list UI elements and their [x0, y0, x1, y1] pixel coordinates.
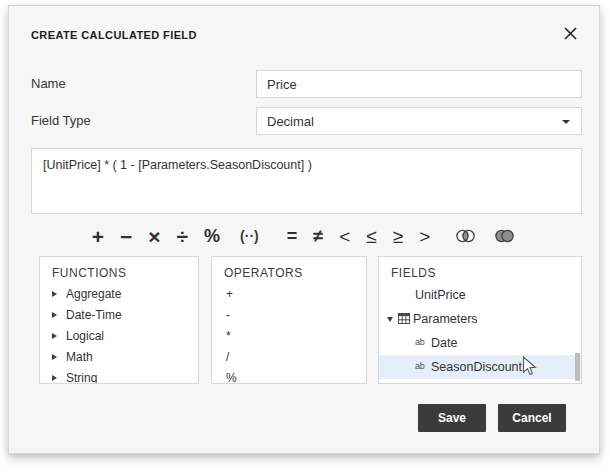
function-category-date-time[interactable]: Date-Time [40, 304, 198, 325]
field-type-value: Decimal [267, 114, 314, 129]
minus-icon[interactable]: − [120, 226, 132, 247]
field-item-label: UnitPrice [379, 288, 466, 302]
fields-panel: FIELDS UnitPrice Parameters ab Date a [378, 256, 582, 384]
operator-item-label: / [226, 350, 229, 364]
operator-item-percent[interactable]: % [212, 367, 366, 384]
operator-item-label: % [226, 371, 237, 385]
expander-collapsed-icon[interactable] [52, 291, 57, 297]
intersect-circles-icon[interactable] [454, 228, 477, 244]
field-item-date[interactable]: ab Date [379, 331, 581, 355]
expander-collapsed-icon[interactable] [52, 333, 57, 339]
expander-collapsed-icon[interactable] [52, 375, 57, 381]
field-item-unitprice[interactable]: UnitPrice [379, 283, 581, 307]
string-type-icon: ab [415, 362, 424, 371]
operators-panel-header: OPERATORS [212, 257, 366, 283]
divide-icon[interactable]: ÷ [177, 226, 189, 247]
function-category-label: Date-Time [66, 308, 122, 322]
string-type-icon: ab [415, 338, 424, 347]
operators-panel: OPERATORS + - * / % [211, 256, 367, 384]
operator-item-plus[interactable]: + [212, 283, 366, 304]
functions-panel: FUNCTIONS Aggregate Date-Time Logical Ma… [39, 256, 199, 384]
operator-toolbar: + − × ÷ % (··) = ≠ < ≤ ≥ > [9, 220, 599, 252]
dialog-title: CREATE CALCULATED FIELD [31, 29, 197, 41]
field-type-label: Field Type [31, 113, 91, 128]
close-icon [564, 26, 577, 44]
expression-input[interactable]: [UnitPrice] * ( 1 - [Parameters.SeasonDi… [31, 148, 582, 214]
greater-than-icon[interactable]: > [419, 227, 430, 246]
function-category-string[interactable]: String [40, 367, 198, 384]
operator-item-label: - [226, 308, 230, 322]
not-equals-icon[interactable]: ≠ [313, 227, 323, 245]
function-category-logical[interactable]: Logical [40, 325, 198, 346]
less-or-equal-icon[interactable]: ≤ [366, 227, 376, 246]
operator-item-multiply[interactable]: * [212, 325, 366, 346]
name-input[interactable] [256, 70, 582, 98]
plus-icon[interactable]: + [92, 226, 104, 247]
union-circles-icon[interactable] [493, 228, 516, 244]
field-type-dropdown[interactable]: Decimal [256, 107, 582, 135]
expander-expanded-icon[interactable] [387, 317, 393, 322]
function-category-label: Math [66, 350, 93, 364]
greater-or-equal-icon[interactable]: ≥ [393, 227, 403, 246]
field-item-label: SeasonDiscount [379, 360, 522, 374]
operator-item-divide[interactable]: / [212, 346, 366, 367]
close-button[interactable] [561, 26, 579, 44]
create-calculated-field-dialog: CREATE CALCULATED FIELD Name Field Type … [8, 5, 600, 454]
function-category-label: String [66, 371, 97, 385]
function-category-label: Logical [66, 329, 104, 343]
function-category-aggregate[interactable]: Aggregate [40, 283, 198, 304]
function-category-math[interactable]: Math [40, 346, 198, 367]
percent-icon[interactable]: % [204, 227, 220, 245]
cancel-button[interactable]: Cancel [498, 404, 566, 432]
expander-collapsed-icon[interactable] [52, 354, 57, 360]
name-label: Name [31, 76, 66, 91]
field-item-label: Parameters [379, 312, 478, 326]
operator-item-minus[interactable]: - [212, 304, 366, 325]
table-icon [398, 313, 410, 327]
field-item-seasondiscount[interactable]: ab SeasonDiscount [379, 355, 581, 379]
fields-panel-header: FIELDS [379, 257, 581, 283]
equals-icon[interactable]: = [287, 227, 298, 245]
multiply-icon[interactable]: × [148, 226, 160, 247]
save-button[interactable]: Save [418, 404, 486, 432]
field-item-parameters[interactable]: Parameters [379, 307, 581, 331]
parentheses-icon[interactable]: (··) [240, 229, 259, 243]
chevron-down-icon [562, 120, 570, 124]
operator-item-label: * [226, 329, 231, 343]
operator-item-label: + [226, 287, 233, 301]
function-category-label: Aggregate [66, 287, 121, 301]
less-than-icon[interactable]: < [339, 227, 350, 246]
fields-panel-scrollbar[interactable] [575, 353, 580, 381]
functions-panel-header: FUNCTIONS [40, 257, 198, 283]
expander-collapsed-icon[interactable] [52, 312, 57, 318]
